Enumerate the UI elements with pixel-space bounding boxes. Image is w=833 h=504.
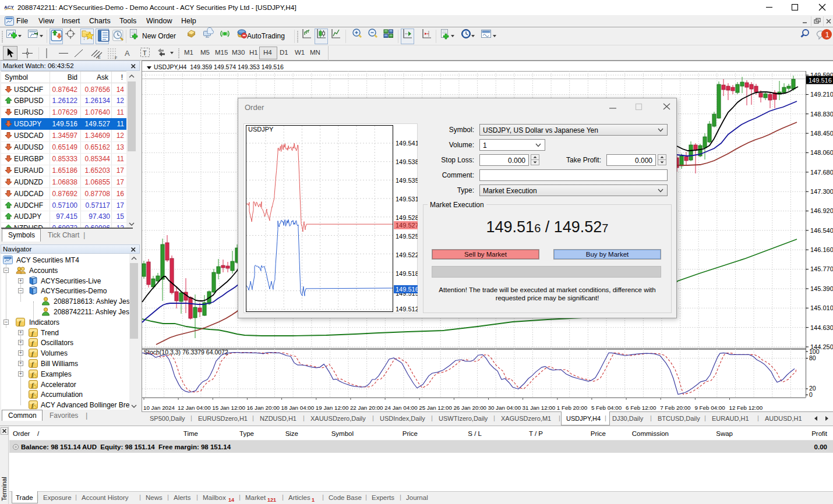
svg-text:F: F bbox=[115, 56, 117, 60]
svg-text:26 Jan 20:00: 26 Jan 20:00 bbox=[453, 404, 486, 411]
svg-text:AutoTrading: AutoTrading bbox=[247, 32, 285, 40]
svg-text:1: 1 bbox=[825, 30, 830, 39]
svg-text:144.630: 144.630 bbox=[810, 324, 833, 331]
svg-text:USDJPY,H4 149.359 149.574 149: USDJPY,H4 149.359 149.574 149.353 149.51… bbox=[154, 63, 284, 70]
svg-text:15 Jan 12:00: 15 Jan 12:00 bbox=[212, 404, 245, 411]
svg-text:E: E bbox=[98, 55, 101, 59]
svg-text:148.060: 148.060 bbox=[810, 149, 833, 156]
svg-text:149.518: 149.518 bbox=[396, 270, 418, 277]
svg-text:149.527: 149.527 bbox=[396, 222, 418, 229]
svg-text:12 Feb 12:00: 12 Feb 12:00 bbox=[729, 404, 763, 411]
svg-text:146.920: 146.920 bbox=[810, 207, 833, 214]
svg-text:148.450: 148.450 bbox=[810, 130, 833, 137]
svg-text:24 Jan 04:00: 24 Jan 04:00 bbox=[384, 404, 418, 411]
svg-text:145.390: 145.390 bbox=[810, 285, 833, 292]
svg-text:10 Jan 2024: 10 Jan 2024 bbox=[143, 404, 175, 411]
svg-text:18 Jan 04:00: 18 Jan 04:00 bbox=[281, 404, 315, 411]
svg-text:149.525: 149.525 bbox=[396, 233, 418, 240]
svg-text:A: A bbox=[125, 49, 130, 58]
svg-text:12 Jan 04:00: 12 Jan 04:00 bbox=[178, 404, 211, 411]
svg-text:149.516: 149.516 bbox=[396, 286, 418, 293]
svg-text:25 Jan 12:00: 25 Jan 12:00 bbox=[419, 404, 452, 411]
svg-text:80: 80 bbox=[809, 354, 816, 361]
svg-text:146.540: 146.540 bbox=[810, 227, 833, 234]
svg-text:0: 0 bbox=[809, 391, 813, 398]
svg-text:148.830: 148.830 bbox=[810, 111, 833, 118]
svg-text:16 Jan 20:00: 16 Jan 20:00 bbox=[246, 404, 280, 411]
svg-text:9 Feb 04:00: 9 Feb 04:00 bbox=[694, 404, 725, 411]
svg-text:1 Feb 20:00: 1 Feb 20:00 bbox=[557, 404, 588, 411]
svg-text:147.300: 147.300 bbox=[810, 188, 833, 195]
svg-text:146.160: 146.160 bbox=[810, 246, 833, 253]
svg-text:149.516: 149.516 bbox=[809, 77, 832, 84]
svg-text:6 Feb 12:00: 6 Feb 12:00 bbox=[626, 404, 656, 411]
svg-text:149.210: 149.210 bbox=[810, 91, 833, 98]
svg-text:149.522: 149.522 bbox=[396, 251, 418, 258]
svg-text:USDJPY: USDJPY bbox=[248, 126, 274, 133]
svg-text:30 Jan 04:00: 30 Jan 04:00 bbox=[488, 404, 521, 411]
svg-text:7 Feb 20:00: 7 Feb 20:00 bbox=[660, 404, 691, 411]
svg-text:149.528: 149.528 bbox=[396, 214, 418, 221]
svg-text:5 Feb 04:00: 5 Feb 04:00 bbox=[591, 404, 622, 411]
svg-text:145.770: 145.770 bbox=[810, 265, 833, 272]
svg-text:149.531: 149.531 bbox=[396, 196, 418, 203]
svg-text:T: T bbox=[143, 49, 147, 56]
svg-text:149.512: 149.512 bbox=[396, 306, 418, 313]
svg-text:19 Jan 12:00: 19 Jan 12:00 bbox=[316, 404, 349, 411]
svg-text:147.680: 147.680 bbox=[810, 169, 833, 176]
svg-text:22 Jan 20:00: 22 Jan 20:00 bbox=[350, 404, 383, 411]
svg-text:31 Jan 12:00: 31 Jan 12:00 bbox=[523, 404, 556, 411]
svg-text:New Order: New Order bbox=[142, 32, 176, 40]
svg-text:145.010: 145.010 bbox=[810, 304, 833, 311]
